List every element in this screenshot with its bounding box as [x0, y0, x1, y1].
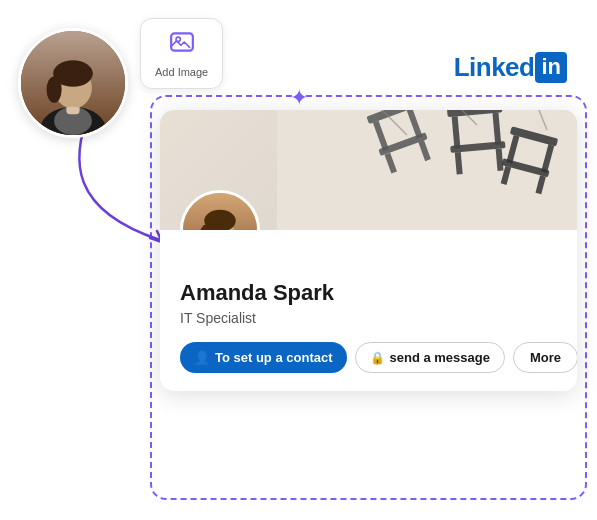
chairs-illustration — [277, 110, 577, 230]
card-body: Amanda Spark IT Specialist 👤 To set up a… — [160, 230, 577, 391]
message-label: send a message — [390, 350, 490, 365]
linkedin-in-badge: in — [535, 52, 567, 82]
card-banner — [160, 110, 577, 230]
add-image-button[interactable]: Add Image — [140, 18, 223, 89]
card-actions: 👤 To set up a contact 🔒 send a message M… — [180, 342, 557, 373]
add-image-label: Add Image — [155, 66, 208, 78]
profile-avatar — [180, 190, 260, 230]
svg-point-8 — [54, 107, 92, 135]
svg-point-7 — [47, 76, 62, 102]
profile-name: Amanda Spark — [180, 280, 557, 306]
contact-icon: 👤 — [194, 350, 210, 365]
person-photo — [18, 28, 128, 138]
contact-label: To set up a contact — [215, 350, 333, 365]
more-button[interactable]: More — [513, 342, 577, 373]
linkedin-logo: Linked in — [454, 52, 567, 83]
more-label: More — [530, 350, 561, 365]
contact-button[interactable]: 👤 To set up a contact — [180, 342, 347, 373]
image-icon — [169, 29, 195, 61]
profile-title: IT Specialist — [180, 310, 557, 326]
linkedin-card: Amanda Spark IT Specialist 👤 To set up a… — [160, 110, 577, 391]
linkedin-text: Linked — [454, 52, 535, 83]
scene: Linked in ✦ Add Image — [0, 0, 597, 520]
sparkle-icon: ✦ — [290, 85, 308, 111]
person-photo-inner — [21, 31, 125, 135]
message-button[interactable]: 🔒 send a message — [355, 342, 505, 373]
lock-icon: 🔒 — [370, 351, 385, 365]
